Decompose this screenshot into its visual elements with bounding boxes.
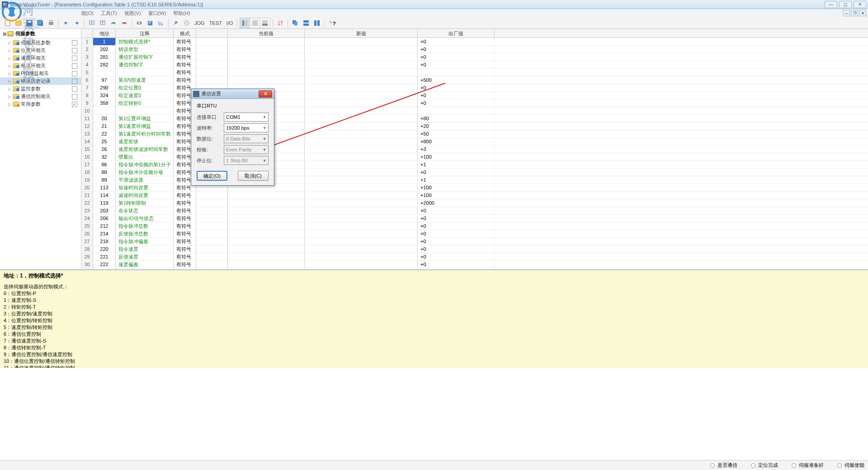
dialog-select[interactable]: 19200 bps▼	[224, 123, 269, 132]
table-row[interactable]: 21 114 减速时间设置 有符号 +100	[81, 192, 868, 199]
dialog-select[interactable]: COM1▼	[224, 113, 269, 122]
table-row[interactable]: 2 202 错误类型 有符号 +0	[81, 46, 868, 53]
tb-disconnect-icon[interactable]	[119, 18, 129, 28]
tb-test-button[interactable]: TEST	[208, 20, 224, 26]
tree-item[interactable]: ▷ 通信控制相关	[0, 93, 81, 100]
status-enable: 伺服使能	[837, 462, 864, 469]
dialog-field: 波特率: 19200 bps▼	[197, 123, 269, 133]
svg-rect-7	[49, 22, 53, 25]
svg-rect-8	[50, 20, 52, 22]
tree-item[interactable]: ▷ 伺服系统参数	[0, 39, 81, 47]
dialog-section-label: 串口RTU	[197, 103, 269, 109]
close-button[interactable]: ✕	[854, 1, 866, 8]
tb-saveall-icon[interactable]	[35, 18, 45, 28]
tb-help-icon[interactable]: ?	[327, 18, 337, 28]
app-icon: ▦	[2, 1, 8, 8]
tree-root[interactable]: ▣ 伺服参数	[0, 29, 81, 39]
ok-button[interactable]: 确定(O)	[197, 171, 227, 181]
table-row[interactable]: 25 212 指令脉冲总数 有符号 +0	[81, 222, 868, 230]
tb-tile-v-icon[interactable]	[312, 18, 322, 28]
menu-item[interactable]: 视图(V)	[124, 10, 141, 17]
svg-rect-6	[38, 20, 42, 25]
tree-item[interactable]: ▷ 监控参数	[0, 85, 81, 93]
mdi-close-button[interactable]: ✕	[859, 10, 866, 16]
maximize-button[interactable]: ◻	[839, 1, 852, 8]
svg-rect-26	[303, 20, 309, 23]
tb-tile-h-icon[interactable]	[301, 18, 311, 28]
table-row[interactable]: 22 119 第1转矩限制 有符号 +2000	[81, 199, 868, 207]
tb-connect-icon[interactable]	[108, 18, 118, 28]
cancel-button[interactable]: 取消(C)	[238, 171, 269, 181]
status-comm: 是否通信	[710, 462, 737, 469]
table-row[interactable]: 29 221 反馈速度 有符号 +0	[81, 253, 868, 261]
tb-param-icon[interactable]: P	[145, 18, 155, 28]
tb-redo-icon[interactable]	[72, 18, 82, 28]
desc-line: 5：速度控制/转矩控制	[4, 324, 864, 331]
tree-item[interactable]: ▷ 电流环相关	[0, 62, 81, 70]
tb-chart-icon[interactable]	[156, 18, 166, 28]
table-row[interactable]: 26 214 反馈脉冲总数 有符号 +0	[81, 230, 868, 238]
table-row[interactable]: 31 223 转矩指令 有符号 +0	[81, 268, 868, 269]
menu-item[interactable]: 窗口(W)	[148, 10, 166, 17]
tree-item[interactable]: ▷ 常用参数 ✓	[0, 100, 81, 108]
tb-download-icon[interactable]	[87, 18, 97, 28]
dialog-field: 校验: Even Parity▼	[197, 145, 269, 155]
tb-view2-icon[interactable]	[250, 18, 260, 28]
svg-rect-2	[5, 20, 10, 26]
tb-save-icon[interactable]	[24, 18, 34, 28]
table-row[interactable]: 30 222 速度偏差 有符号 +0	[81, 261, 868, 268]
table-row[interactable]: 3 281 通信扩展控制字 有符号 +0	[81, 53, 868, 61]
tb-upload-icon[interactable]	[98, 18, 108, 28]
table-row[interactable]: 28 220 指令速度 有符号 +0	[81, 245, 868, 253]
tb-view1-icon[interactable]	[240, 18, 250, 28]
menu-item[interactable]: 能(O)	[81, 10, 94, 17]
table-row[interactable]: 4 282 通信控制字 有符号 +0	[81, 61, 868, 69]
table-row[interactable]: 27 218 指令脉冲偏差 有符号 +0	[81, 238, 868, 245]
tb-undo-icon[interactable]	[61, 18, 71, 28]
tb-view3-icon[interactable]	[260, 18, 270, 28]
table-row[interactable]: 1 1 控制模式选择* 有符号 +0	[81, 38, 868, 46]
tree-item[interactable]: ▷ 位置环相关	[0, 47, 81, 54]
desc-line: 3：位置控制/速度控制	[4, 310, 864, 317]
dialog-close-button[interactable]: ✕	[259, 90, 272, 98]
tb-io-button[interactable]: I/O	[225, 20, 235, 26]
tb-servo-icon[interactable]	[134, 18, 144, 28]
svg-rect-27	[303, 24, 309, 26]
table-row[interactable]: 24 206 输出IO信号状态 有符号 +0	[81, 215, 868, 222]
tb-wrench-icon[interactable]	[171, 18, 181, 28]
dialog-field: 连接串口 COM1▼	[197, 112, 269, 122]
sidebar-tree: ▣ 伺服参数 ▷ 伺服系统参数 ▷ 位置环相关 ▷ 速度环相关 ▷ 电流环相关 …	[0, 29, 81, 269]
desc-line: 2：转矩控制-T	[4, 304, 864, 310]
tb-jog-button[interactable]: JOG	[193, 20, 207, 26]
svg-text:?: ?	[333, 21, 335, 26]
tree-item[interactable]: ▷ 错误历史记录	[0, 77, 81, 85]
svg-rect-21	[252, 20, 258, 26]
menu-item[interactable]: 工具(T)	[101, 10, 117, 17]
desc-title: 地址：1，控制模式选择*	[4, 272, 864, 280]
desc-line: 7：通信速度控制-S	[4, 338, 864, 344]
tb-cascade-icon[interactable]	[290, 18, 300, 28]
titlebar: ▦ MagicWorksTuner - [Parameters Configur…	[0, 0, 868, 9]
tb-print-icon[interactable]	[46, 18, 56, 28]
tb-open-icon[interactable]	[14, 18, 24, 28]
description-panel: 地址：1，控制模式选择* 选择伺服驱动器的控制模式：0：位置控制-P1：速度控制…	[0, 269, 868, 368]
status-position: 定位完成	[751, 462, 778, 469]
table-row[interactable]: 5 有符号	[81, 69, 868, 76]
table-row[interactable]: 23 203 命令状态 有符号 +0	[81, 207, 868, 215]
mdi-controls: — ❐ ✕	[843, 10, 866, 16]
dialog-select: Even Parity▼	[224, 145, 269, 154]
mdi-restore-button[interactable]: ❐	[851, 10, 858, 16]
tb-scope-icon[interactable]	[182, 18, 192, 28]
minimize-button[interactable]: —	[825, 1, 837, 8]
table-row[interactable]: 6 97 第3内部速度 有符号 +500	[81, 76, 868, 84]
tb-sort-icon[interactable]	[275, 18, 285, 28]
window-title: MagicWorksTuner - [Parameters Configurat…	[10, 2, 825, 7]
tree-item[interactable]: ▷ PID增益相关	[0, 70, 81, 77]
dialog-titlebar[interactable]: 通信设置 ✕	[191, 89, 274, 99]
menu-item[interactable]: 帮助(H)	[173, 10, 190, 17]
tree-item[interactable]: ▷ 速度环相关	[0, 54, 81, 62]
tb-new-icon[interactable]	[3, 18, 13, 28]
mdi-min-button[interactable]: —	[843, 10, 850, 16]
svg-rect-23	[262, 24, 268, 26]
desc-line: 1：速度控制-S	[4, 297, 864, 304]
